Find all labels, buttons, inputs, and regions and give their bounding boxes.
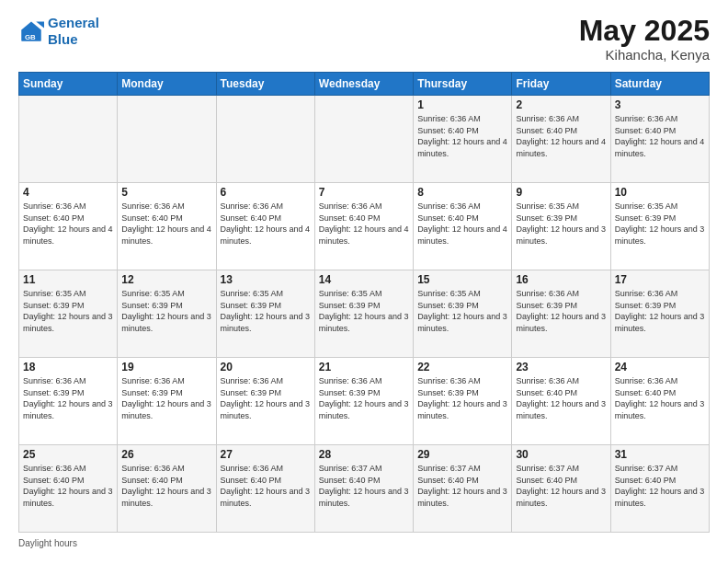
calendar-cell-1-7: 3Sunrise: 6:36 AMSunset: 6:40 PMDaylight…: [610, 96, 709, 183]
calendar-cell-2-2: 5Sunrise: 6:36 AMSunset: 6:40 PMDaylight…: [118, 183, 216, 270]
day-info: Sunrise: 6:35 AMSunset: 6:39 PMDaylight:…: [221, 288, 311, 334]
day-info: Sunrise: 6:36 AMSunset: 6:39 PMDaylight:…: [121, 375, 211, 421]
calendar-cell-3-7: 17Sunrise: 6:36 AMSunset: 6:39 PMDayligh…: [610, 270, 709, 358]
calendar-cell-5-2: 26Sunrise: 6:36 AMSunset: 6:40 PMDayligh…: [118, 445, 216, 533]
calendar-cell-5-3: 27Sunrise: 6:36 AMSunset: 6:40 PMDayligh…: [216, 445, 314, 533]
calendar-cell-4-6: 23Sunrise: 6:36 AMSunset: 6:40 PMDayligh…: [512, 358, 610, 445]
calendar-header-wednesday: Wednesday: [314, 73, 413, 96]
day-info: Sunrise: 6:36 AMSunset: 6:40 PMDaylight:…: [615, 375, 705, 421]
day-info: Sunrise: 6:35 AMSunset: 6:39 PMDaylight:…: [417, 288, 507, 334]
calendar-cell-5-7: 31Sunrise: 6:37 AMSunset: 6:40 PMDayligh…: [610, 445, 709, 533]
title-block: May 2025 Kihancha, Kenya: [579, 15, 710, 63]
day-info: Sunrise: 6:35 AMSunset: 6:39 PMDaylight:…: [23, 288, 113, 334]
calendar-header-tuesday: Tuesday: [216, 73, 314, 96]
day-info: Sunrise: 6:36 AMSunset: 6:39 PMDaylight:…: [417, 375, 507, 421]
day-info: Sunrise: 6:37 AMSunset: 6:40 PMDaylight:…: [319, 463, 409, 509]
calendar-header-saturday: Saturday: [610, 73, 709, 96]
calendar-header-thursday: Thursday: [414, 73, 512, 96]
day-info: Sunrise: 6:36 AMSunset: 6:40 PMDaylight:…: [516, 375, 606, 421]
calendar-cell-4-2: 19Sunrise: 6:36 AMSunset: 6:39 PMDayligh…: [118, 358, 216, 445]
day-info: Sunrise: 6:37 AMSunset: 6:40 PMDaylight:…: [417, 463, 507, 509]
day-info: Sunrise: 6:36 AMSunset: 6:40 PMDaylight:…: [417, 201, 507, 247]
calendar-cell-2-6: 9Sunrise: 6:35 AMSunset: 6:39 PMDaylight…: [512, 183, 610, 270]
day-info: Sunrise: 6:36 AMSunset: 6:39 PMDaylight:…: [516, 288, 606, 334]
calendar-week-3: 11Sunrise: 6:35 AMSunset: 6:39 PMDayligh…: [19, 270, 710, 358]
calendar-cell-1-6: 2Sunrise: 6:36 AMSunset: 6:40 PMDaylight…: [512, 96, 610, 183]
day-number: 7: [319, 186, 409, 199]
day-number: 29: [417, 448, 507, 461]
calendar-table: SundayMondayTuesdayWednesdayThursdayFrid…: [18, 72, 710, 533]
calendar-cell-3-6: 16Sunrise: 6:36 AMSunset: 6:39 PMDayligh…: [512, 270, 610, 358]
day-number: 18: [23, 361, 113, 373]
calendar-header-sunday: Sunday: [19, 73, 118, 96]
page: GB General Blue May 2025 Kihancha, Kenya…: [0, 0, 728, 563]
calendar-header-row: SundayMondayTuesdayWednesdayThursdayFrid…: [19, 73, 710, 96]
svg-text:GB: GB: [25, 33, 36, 41]
day-number: 9: [516, 186, 606, 199]
calendar-cell-4-1: 18Sunrise: 6:36 AMSunset: 6:39 PMDayligh…: [19, 358, 118, 445]
calendar-cell-1-3: [216, 96, 314, 183]
calendar-cell-5-5: 29Sunrise: 6:37 AMSunset: 6:40 PMDayligh…: [414, 445, 512, 533]
calendar-cell-1-1: [19, 96, 118, 183]
day-info: Sunrise: 6:35 AMSunset: 6:39 PMDaylight:…: [516, 201, 606, 247]
day-number: 6: [221, 186, 311, 199]
day-info: Sunrise: 6:36 AMSunset: 6:40 PMDaylight:…: [516, 113, 606, 159]
day-number: 15: [417, 273, 507, 286]
calendar-cell-5-6: 30Sunrise: 6:37 AMSunset: 6:40 PMDayligh…: [512, 445, 610, 533]
day-number: 2: [516, 98, 606, 111]
day-number: 27: [221, 448, 311, 461]
calendar-cell-2-5: 8Sunrise: 6:36 AMSunset: 6:40 PMDaylight…: [414, 183, 512, 270]
day-info: Sunrise: 6:36 AMSunset: 6:40 PMDaylight:…: [121, 201, 211, 247]
day-number: 17: [615, 273, 705, 286]
footer: Daylight hours: [18, 538, 710, 548]
day-number: 30: [516, 448, 606, 461]
calendar-cell-5-1: 25Sunrise: 6:36 AMSunset: 6:40 PMDayligh…: [19, 445, 118, 533]
calendar-header-monday: Monday: [118, 73, 216, 96]
calendar-cell-2-7: 10Sunrise: 6:35 AMSunset: 6:39 PMDayligh…: [610, 183, 709, 270]
day-number: 22: [417, 361, 507, 373]
footer-label: Daylight hours: [18, 538, 77, 548]
location: Kihancha, Kenya: [579, 47, 710, 63]
day-info: Sunrise: 6:36 AMSunset: 6:39 PMDaylight:…: [615, 288, 705, 334]
day-number: 20: [221, 361, 311, 373]
day-info: Sunrise: 6:37 AMSunset: 6:40 PMDaylight:…: [615, 463, 705, 509]
calendar-cell-2-1: 4Sunrise: 6:36 AMSunset: 6:40 PMDaylight…: [19, 183, 118, 270]
calendar-header-friday: Friday: [512, 73, 610, 96]
main-title: May 2025: [579, 15, 710, 47]
day-number: 24: [615, 361, 705, 373]
calendar-cell-4-7: 24Sunrise: 6:36 AMSunset: 6:40 PMDayligh…: [610, 358, 709, 445]
logo: GB General Blue: [18, 15, 99, 48]
day-number: 8: [417, 186, 507, 199]
day-info: Sunrise: 6:36 AMSunset: 6:40 PMDaylight:…: [319, 201, 409, 247]
day-info: Sunrise: 6:36 AMSunset: 6:40 PMDaylight:…: [221, 463, 311, 509]
day-number: 19: [121, 361, 211, 373]
calendar-cell-4-3: 20Sunrise: 6:36 AMSunset: 6:39 PMDayligh…: [216, 358, 314, 445]
day-number: 3: [615, 98, 705, 111]
day-number: 21: [319, 361, 409, 373]
calendar-cell-2-3: 6Sunrise: 6:36 AMSunset: 6:40 PMDaylight…: [216, 183, 314, 270]
calendar-cell-3-1: 11Sunrise: 6:35 AMSunset: 6:39 PMDayligh…: [19, 270, 118, 358]
day-info: Sunrise: 6:35 AMSunset: 6:39 PMDaylight:…: [319, 288, 409, 334]
calendar-week-1: 1Sunrise: 6:36 AMSunset: 6:40 PMDaylight…: [19, 96, 710, 183]
calendar-cell-3-5: 15Sunrise: 6:35 AMSunset: 6:39 PMDayligh…: [414, 270, 512, 358]
day-number: 10: [615, 186, 705, 199]
logo-text: General Blue: [48, 15, 99, 48]
calendar-cell-1-5: 1Sunrise: 6:36 AMSunset: 6:40 PMDaylight…: [414, 96, 512, 183]
day-number: 11: [23, 273, 113, 286]
day-info: Sunrise: 6:36 AMSunset: 6:40 PMDaylight:…: [121, 463, 211, 509]
calendar-cell-4-4: 21Sunrise: 6:36 AMSunset: 6:39 PMDayligh…: [314, 358, 413, 445]
logo-icon: GB: [18, 18, 44, 44]
day-info: Sunrise: 6:36 AMSunset: 6:39 PMDaylight:…: [23, 375, 113, 421]
day-number: 5: [121, 186, 211, 199]
day-info: Sunrise: 6:36 AMSunset: 6:40 PMDaylight:…: [23, 463, 113, 509]
calendar-cell-1-4: [314, 96, 413, 183]
day-info: Sunrise: 6:36 AMSunset: 6:40 PMDaylight:…: [221, 201, 311, 247]
day-info: Sunrise: 6:36 AMSunset: 6:39 PMDaylight:…: [319, 375, 409, 421]
calendar-cell-5-4: 28Sunrise: 6:37 AMSunset: 6:40 PMDayligh…: [314, 445, 413, 533]
day-info: Sunrise: 6:37 AMSunset: 6:40 PMDaylight:…: [516, 463, 606, 509]
day-info: Sunrise: 6:35 AMSunset: 6:39 PMDaylight:…: [121, 288, 211, 334]
calendar-cell-3-4: 14Sunrise: 6:35 AMSunset: 6:39 PMDayligh…: [314, 270, 413, 358]
calendar-cell-1-2: [118, 96, 216, 183]
day-number: 26: [121, 448, 211, 461]
day-number: 23: [516, 361, 606, 373]
